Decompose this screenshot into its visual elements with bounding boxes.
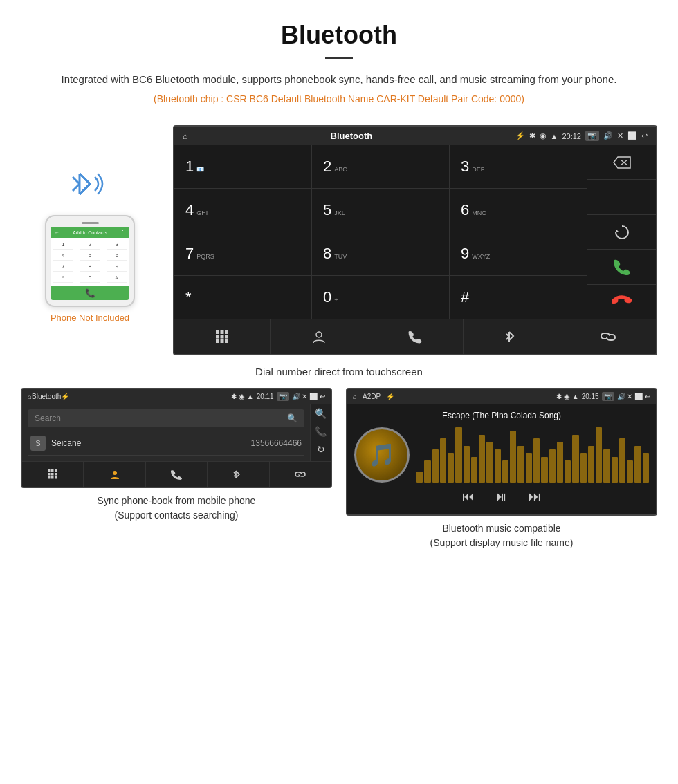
page-title: Bluetooth: [42, 21, 636, 50]
contacts-side-actions: 🔍 📞 ↻: [310, 404, 331, 461]
music-body: Escape (The Pina Colada Song) 🎵 ⏮ ⏯ ⏭: [347, 404, 656, 514]
key-9[interactable]: 9 WXYZ: [450, 232, 587, 275]
key-7[interactable]: 7 PQRS: [174, 232, 312, 275]
music-usb-icon: ⚡: [386, 393, 394, 400]
page-header: Bluetooth Integrated with BC6 Bluetooth …: [0, 0, 678, 125]
key-hash[interactable]: #: [450, 276, 587, 319]
music-album-art: 🎵: [354, 427, 410, 483]
contacts-tb-bt[interactable]: [208, 462, 269, 487]
music-visualizer: [416, 427, 649, 483]
dialpad-side: [587, 145, 656, 319]
key-5[interactable]: 5 JKL: [312, 189, 450, 232]
location-icon: ◉: [540, 131, 547, 140]
contact-name: Seicane: [51, 438, 251, 448]
signal-icon: ▲: [551, 132, 558, 140]
svg-rect-22: [51, 469, 54, 472]
back-icon[interactable]: ↩: [641, 131, 648, 140]
toolbar-contacts-btn[interactable]: [271, 319, 367, 354]
time-display: 20:12: [562, 132, 581, 140]
dialpad-grid: 1 📧 2 ABC 3 DEF: [174, 145, 587, 319]
phone-section: ← Add to Contacts ⋮ 1 2 3 4 5 6 7 8: [21, 125, 159, 355]
svg-rect-11: [216, 335, 219, 339]
close-icon: ✕: [617, 131, 623, 140]
dialpad-container: 1 📧 2 ABC 3 DEF: [174, 145, 656, 319]
svg-rect-26: [55, 473, 57, 476]
svg-rect-21: [48, 469, 51, 472]
bt-icon: ✱: [529, 131, 535, 140]
svg-rect-10: [225, 330, 228, 334]
side-empty-1: [587, 180, 656, 214]
key-4[interactable]: 4 GHI: [174, 189, 312, 232]
contacts-tb-link[interactable]: [270, 462, 331, 487]
svg-rect-12: [221, 335, 224, 339]
toolbar-dialpad-btn[interactable]: [174, 319, 271, 354]
svg-rect-24: [48, 473, 51, 476]
prev-button[interactable]: ⏮: [462, 489, 475, 504]
car-toolbar: [174, 319, 656, 354]
window-icon: ⬜: [627, 131, 637, 140]
contact-avatar: S: [30, 436, 46, 451]
phone-not-included-label: Phone Not Included: [51, 312, 129, 323]
camera-icon: 📷: [585, 131, 599, 141]
key-6[interactable]: 6 MNO: [450, 189, 587, 232]
toolbar-phone-btn[interactable]: [367, 319, 464, 354]
bluetooth-specs: (Bluetooth chip : CSR BC6 Default Blueto…: [42, 93, 636, 104]
contacts-refresh-side-icon[interactable]: ↻: [317, 444, 325, 455]
contacts-title: Bluetooth: [32, 393, 61, 400]
key-star[interactable]: *: [174, 276, 312, 319]
key-8[interactable]: 8 TUV: [312, 232, 450, 275]
redial-button[interactable]: [587, 215, 656, 250]
usb-icon: ⚡: [515, 131, 525, 140]
key-3[interactable]: 3 DEF: [450, 145, 587, 188]
contacts-search-side-icon[interactable]: 🔍: [315, 408, 327, 419]
end-call-button[interactable]: [587, 285, 656, 319]
svg-rect-13: [225, 335, 228, 339]
search-placeholder: Search: [35, 413, 61, 423]
title-divider: [325, 57, 353, 59]
svg-marker-7: [616, 229, 619, 232]
contacts-call-side-icon[interactable]: 📞: [315, 426, 327, 437]
svg-rect-25: [51, 473, 54, 476]
music-home-icon[interactable]: ⌂: [353, 393, 357, 400]
toolbar-bluetooth-btn[interactable]: [464, 319, 560, 354]
music-time: 20:15: [582, 393, 599, 400]
contacts-search[interactable]: Search 🔍: [28, 409, 304, 427]
contact-phone: 13566664466: [251, 438, 302, 448]
next-button[interactable]: ⏭: [529, 489, 541, 504]
home-icon[interactable]: ⌂: [183, 131, 187, 141]
main-caption: Dial number direct from touchscreen: [0, 366, 678, 377]
svg-rect-23: [55, 469, 57, 472]
contact-row[interactable]: S Seicane 13566664466: [28, 431, 304, 456]
contacts-tb-user[interactable]: [84, 462, 145, 487]
svg-point-17: [316, 332, 322, 337]
search-icon: 🔍: [287, 413, 297, 423]
contacts-status-bar: ⌂ Bluetooth ⚡ ✱ ◉ ▲ 20:11 📷 🔊 ✕ ⬜ ↩: [22, 389, 331, 404]
contacts-usb-icon: ⚡: [61, 393, 69, 400]
svg-marker-4: [614, 157, 630, 168]
contacts-screen: ⌂ Bluetooth ⚡ ✱ ◉ ▲ 20:11 📷 🔊 ✕ ⬜ ↩ Sear…: [21, 388, 332, 488]
key-2[interactable]: 2 ABC: [312, 145, 450, 188]
svg-rect-15: [221, 339, 224, 343]
contacts-tb-phone[interactable]: [146, 462, 208, 487]
svg-rect-28: [51, 476, 54, 479]
music-item: ⌂ A2DP ⚡ ✱ ◉ ▲ 20:15 📷 🔊 ✕ ⬜ ↩ Escape (T…: [346, 388, 657, 550]
key-1[interactable]: 1 📧: [174, 145, 312, 188]
call-button[interactable]: [587, 250, 656, 284]
phone-mockup: ← Add to Contacts ⋮ 1 2 3 4 5 6 7 8: [45, 215, 135, 307]
contacts-item: ⌂ Bluetooth ⚡ ✱ ◉ ▲ 20:11 📷 🔊 ✕ ⬜ ↩ Sear…: [21, 388, 332, 550]
phone-header-bar: ← Add to Contacts ⋮: [51, 227, 129, 238]
music-controls: ⏮ ⏯ ⏭: [462, 483, 541, 507]
car-status-bar: ⌂ Bluetooth ⚡ ✱ ◉ ▲ 20:12 📷 🔊 ✕ ⬜ ↩: [174, 127, 656, 145]
toolbar-link-btn[interactable]: [560, 319, 656, 354]
content-area: ← Add to Contacts ⋮ 1 2 3 4 5 6 7 8: [0, 125, 678, 355]
svg-rect-9: [221, 330, 224, 334]
svg-rect-14: [216, 339, 219, 343]
music-screen: ⌂ A2DP ⚡ ✱ ◉ ▲ 20:15 📷 🔊 ✕ ⬜ ↩ Escape (T…: [346, 388, 657, 516]
bottom-row: ⌂ Bluetooth ⚡ ✱ ◉ ▲ 20:11 📷 🔊 ✕ ⬜ ↩ Sear…: [0, 388, 678, 550]
backspace-button[interactable]: [587, 145, 656, 180]
play-pause-button[interactable]: ⏯: [495, 489, 508, 504]
music-status-bar: ⌂ A2DP ⚡ ✱ ◉ ▲ 20:15 📷 🔊 ✕ ⬜ ↩: [347, 389, 656, 404]
contacts-tb-dialpad[interactable]: [22, 462, 84, 487]
key-0[interactable]: 0 +: [312, 276, 450, 319]
main-screen: ⌂ Bluetooth ⚡ ✱ ◉ ▲ 20:12 📷 🔊 ✕ ⬜ ↩: [173, 125, 657, 355]
